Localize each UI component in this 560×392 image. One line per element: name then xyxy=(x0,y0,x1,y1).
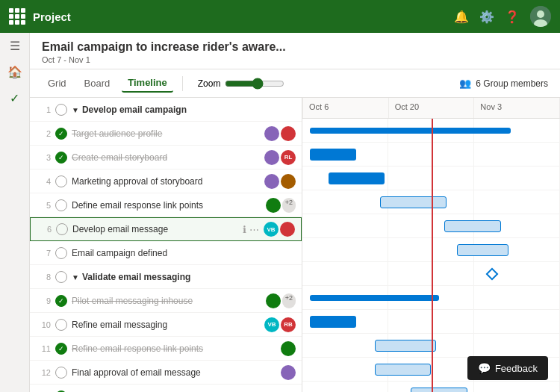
table-row[interactable]: 10 Refine email messaging VB RB xyxy=(30,313,302,337)
task-checkbox[interactable] xyxy=(55,199,67,211)
task-checkbox[interactable] xyxy=(55,367,67,379)
task-checkbox[interactable] xyxy=(55,175,67,187)
timeline-body xyxy=(302,119,560,392)
table-row[interactable]: 3 Create email storyboard RL xyxy=(30,146,302,169)
plus-badge: +2 xyxy=(282,293,296,308)
avatar xyxy=(264,126,279,141)
content-area: 1 ▼Develop email campaign 2 Target audie… xyxy=(30,98,560,392)
gantt-bar xyxy=(310,128,511,134)
project-header: Email campaign to increase rider's aware… xyxy=(30,33,560,69)
task-avatars xyxy=(281,365,296,380)
task-checkbox[interactable] xyxy=(55,152,67,164)
help-icon[interactable]: ❓ xyxy=(505,10,520,24)
table-row[interactable]: 5 Define email response link points +2 xyxy=(30,193,302,217)
project-title: Email campaign to increase rider's aware… xyxy=(42,40,548,54)
table-row[interactable]: 9 Pilot email messaging inhouse +2 xyxy=(30,289,302,313)
avatar: RB xyxy=(281,317,296,332)
task-avatars xyxy=(264,174,296,189)
row-num: 9 xyxy=(36,296,51,305)
gantt-bar xyxy=(411,388,467,392)
settings-icon[interactable]: ⚙️ xyxy=(479,10,494,24)
table-row[interactable]: 2 Target audience profile xyxy=(30,122,302,146)
timeline-view-btn[interactable]: Timeline xyxy=(122,74,173,93)
more-icon[interactable]: ⋯ xyxy=(249,224,259,235)
date-nov3: Nov 3 xyxy=(474,98,560,118)
avatar xyxy=(281,365,296,380)
task-name: ▼Validate email messaging xyxy=(72,272,296,282)
gantt-bar xyxy=(310,316,356,328)
app-title: Project xyxy=(33,10,447,23)
plus-badge: +2 xyxy=(282,198,296,213)
info-icon[interactable]: ℹ xyxy=(243,224,246,235)
task-avatars xyxy=(264,126,296,141)
task-avatars: VB xyxy=(264,222,295,237)
task-name: Marketing approval of storyboard xyxy=(72,176,260,187)
sidebar-menu-icon[interactable]: ☰ xyxy=(10,39,20,53)
avatar xyxy=(264,174,279,189)
task-name: Refine email messaging xyxy=(72,320,260,330)
table-row[interactable]: 11 Refine email response link points xyxy=(30,337,302,361)
current-date-line xyxy=(432,119,433,392)
sidebar: ☰ 🏠 ✓ xyxy=(0,33,30,392)
task-name: Final approval of email message xyxy=(72,367,276,378)
table-row[interactable]: 8 ▼Validate email messaging xyxy=(30,265,302,289)
row-num: 1 xyxy=(36,105,51,114)
user-avatar[interactable] xyxy=(530,6,551,27)
task-checkbox[interactable] xyxy=(55,247,67,259)
top-nav: Project 🔔 ⚙️ ❓ xyxy=(0,0,560,33)
avatar xyxy=(281,174,296,189)
table-row[interactable]: 13 Email ready xyxy=(30,385,302,392)
nav-icons: 🔔 ⚙️ ❓ xyxy=(454,6,551,27)
row-num: 12 xyxy=(36,368,51,377)
task-avatars: VB RB xyxy=(264,317,296,332)
task-name: Refine email response link points xyxy=(72,343,276,354)
task-name: Define email response link points xyxy=(72,200,261,211)
avatar: VB xyxy=(264,222,279,237)
task-checkbox[interactable] xyxy=(55,295,67,307)
gantt-bar xyxy=(444,220,501,232)
task-avatars xyxy=(281,341,296,356)
task-icons: ℹ ⋯ xyxy=(243,224,259,235)
app-launcher-icon[interactable] xyxy=(9,8,25,25)
zoom-control: Zoom xyxy=(198,78,285,90)
notification-icon[interactable]: 🔔 xyxy=(454,10,469,24)
task-checkbox[interactable] xyxy=(55,271,67,283)
row-num: 3 xyxy=(36,153,51,162)
task-name: Create email storyboard xyxy=(72,152,260,163)
task-checkbox[interactable] xyxy=(55,104,67,116)
grid-view-btn[interactable]: Grid xyxy=(42,75,72,92)
table-row[interactable]: 1 ▼Develop email campaign xyxy=(30,98,302,122)
feedback-icon: 💬 xyxy=(478,362,491,374)
toolbar-separator xyxy=(182,76,183,91)
board-view-btn[interactable]: Board xyxy=(78,75,116,92)
avatar: RL xyxy=(281,150,296,165)
timeline: Oct 6 Oct 20 Nov 3 xyxy=(302,98,560,392)
gantt-bar xyxy=(457,244,508,256)
avatar xyxy=(266,293,281,308)
avatar xyxy=(281,341,296,356)
sidebar-home-icon[interactable]: 🏠 xyxy=(7,65,22,79)
task-name: Email campaign defined xyxy=(72,248,296,258)
task-avatars: RL xyxy=(264,150,296,165)
row-num: 4 xyxy=(36,177,51,186)
task-checkbox[interactable] xyxy=(55,128,67,140)
table-row[interactable]: 7 Email campaign defined xyxy=(30,241,302,265)
sidebar-check-icon[interactable]: ✓ xyxy=(10,91,19,105)
task-checkbox[interactable] xyxy=(55,319,67,331)
task-name: Pilot email messaging inhouse xyxy=(72,296,261,306)
zoom-slider[interactable] xyxy=(225,78,284,90)
zoom-label: Zoom xyxy=(198,78,221,89)
gantt-bar xyxy=(329,172,385,184)
toolbar: Grid Board Timeline Zoom 👥 6 Group membe… xyxy=(30,69,560,98)
task-name: Develop email message xyxy=(72,224,240,234)
task-checkbox[interactable] xyxy=(56,223,68,235)
main-content: Email campaign to increase rider's aware… xyxy=(30,33,560,392)
table-row[interactable]: 12 Final approval of email message xyxy=(30,361,302,385)
table-row[interactable]: 6 Develop email message ℹ ⋯ VB xyxy=(30,217,302,241)
row-num: 8 xyxy=(36,273,51,281)
table-row[interactable]: 4 Marketing approval of storyboard xyxy=(30,169,302,193)
feedback-button[interactable]: 💬 Feedback xyxy=(467,356,548,380)
group-members-count[interactable]: 6 Group members xyxy=(476,78,548,89)
group-icon: 👥 xyxy=(459,78,471,89)
task-checkbox[interactable] xyxy=(55,343,67,355)
